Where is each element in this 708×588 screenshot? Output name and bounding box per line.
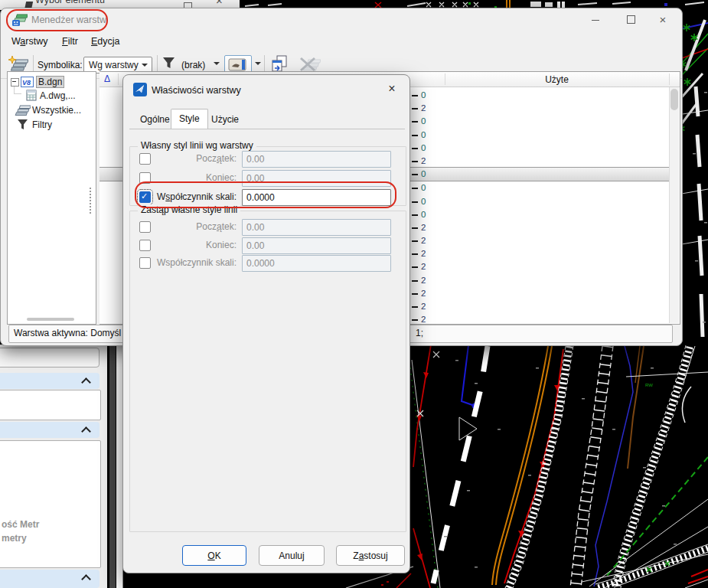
- poczatek-label: Początek:: [154, 221, 237, 232]
- collapse-icon[interactable]: [11, 78, 19, 87]
- tree-item-label[interactable]: A.dwg,...: [40, 90, 76, 101]
- truncated-label: metry: [2, 533, 27, 544]
- background-window-title: Wybór elementu: [35, 0, 105, 5]
- tree-item-label[interactable]: B.dgn: [36, 76, 64, 88]
- file-tree: V8 B.dgn A.dwg,... Wszystkie...: [7, 71, 96, 325]
- cad-label: RW: [645, 383, 653, 387]
- menu-warstwy[interactable]: Warstwy: [11, 36, 47, 47]
- dialog-close-button[interactable]: ×: [382, 80, 402, 98]
- chevron-up-icon: [81, 377, 91, 387]
- dialog-icon: [133, 83, 147, 96]
- maximize-icon: [627, 15, 635, 24]
- filter-icon: [17, 119, 29, 131]
- wspolczynnik-label: Współczynnik skali:: [154, 257, 237, 268]
- maximize-button[interactable]: [619, 8, 642, 31]
- checkbox-koniec-override[interactable]: [139, 240, 151, 251]
- chevron-down-icon: [142, 64, 148, 67]
- wspolczynnik-bylevel-input[interactable]: [242, 189, 391, 206]
- panel-header[interactable]: [0, 570, 100, 588]
- panel-header[interactable]: [0, 373, 100, 389]
- wspolczynnik-override-input[interactable]: [242, 255, 391, 272]
- tab-pane-border: [129, 129, 405, 129]
- group-title: Własny styl linii wg warstwy: [138, 140, 256, 151]
- active-layer-status: Warstwa aktywna: Domyśl: [14, 328, 121, 338]
- koniec-label: Koniec:: [154, 172, 237, 183]
- horizontal-scrollbar[interactable]: [27, 318, 74, 321]
- filter-value: (brak): [181, 60, 205, 70]
- poczatek-override-input[interactable]: [242, 219, 391, 236]
- layer-manager-icon: [11, 13, 28, 27]
- checkbox-wspolczynnik-override[interactable]: [139, 257, 151, 269]
- checkbox-poczatek-override[interactable]: [139, 221, 151, 233]
- close-button[interactable]: ×: [651, 8, 674, 31]
- poczatek-bylevel-input[interactable]: [242, 151, 391, 168]
- tab-uzycie[interactable]: Użycie: [204, 111, 246, 128]
- chevron-up-icon: [81, 574, 91, 584]
- anuluj-button[interactable]: Anuluj: [259, 545, 325, 566]
- panel-list[interactable]: [0, 440, 101, 568]
- koniec-label: Koniec:: [154, 240, 237, 250]
- panel-input[interactable]: [0, 348, 100, 368]
- check-icon: ✓: [141, 191, 148, 201]
- docked-panels: ość Metr metry: [0, 345, 124, 588]
- symbology-label: Symbolika:: [38, 60, 83, 70]
- layers-icon: [14, 104, 31, 116]
- panel-edge: [109, 345, 116, 588]
- chevron-down-icon[interactable]: [214, 62, 220, 65]
- panel-list[interactable]: [0, 390, 101, 420]
- used-column-header[interactable]: Użyte: [445, 74, 669, 85]
- close-icon[interactable]: ×: [216, 0, 223, 7]
- vertical-scrollbar[interactable]: [669, 87, 679, 323]
- v8-file-icon: V8: [21, 77, 34, 87]
- minimize-icon: [592, 20, 599, 21]
- panel-header[interactable]: [0, 422, 100, 438]
- ok-button[interactable]: OK: [182, 545, 246, 566]
- filter-icon[interactable]: [162, 57, 176, 70]
- menu-edycja[interactable]: Edycja: [91, 36, 120, 47]
- selection-status: 1;: [416, 328, 423, 338]
- checkbox-poczatek-bylevel[interactable]: [139, 153, 151, 165]
- chevron-up-icon: [81, 426, 91, 436]
- koniec-bylevel-input[interactable]: [242, 170, 391, 187]
- dwg-file-icon: [26, 90, 37, 101]
- symbology-value: Wg warstwy: [89, 60, 139, 70]
- minimize-button[interactable]: [584, 8, 607, 31]
- title-bar[interactable]: Menedżer warstw ×: [1, 8, 682, 31]
- scrollbar-thumb[interactable]: [670, 89, 678, 110]
- tab-style[interactable]: Style: [171, 109, 208, 129]
- truncated-label: ość Metr: [2, 519, 39, 530]
- poczatek-label: Początek:: [154, 153, 237, 164]
- koniec-override-input[interactable]: [242, 237, 391, 254]
- menu-filtr[interactable]: Filtr: [62, 36, 78, 47]
- chevron-down-icon[interactable]: [255, 62, 261, 65]
- group-title: Zastąp własne style linii: [138, 204, 240, 215]
- tree-item-label[interactable]: Filtry: [32, 119, 52, 130]
- dialog-title: Właściwości warstwy: [152, 85, 241, 96]
- zastosuj-button[interactable]: Zastosuj: [336, 545, 405, 566]
- window-title: Menedżer warstw: [31, 15, 106, 25]
- svg-text:V8: V8: [22, 79, 31, 87]
- tree-item-label[interactable]: Wszystkie...: [32, 105, 81, 116]
- checkbox-koniec-bylevel[interactable]: [139, 172, 151, 184]
- layer-properties-dialog: Właściwości warstwy × Ogólne Style Użyci…: [122, 74, 410, 573]
- sort-triangle-icon[interactable]: Δ: [104, 74, 110, 84]
- panel-splitter[interactable]: [88, 71, 93, 323]
- checkbox-wspolczynnik-bylevel[interactable]: ✓: [139, 191, 151, 203]
- wspolczynnik-label: Współczynnik skali:: [154, 191, 237, 202]
